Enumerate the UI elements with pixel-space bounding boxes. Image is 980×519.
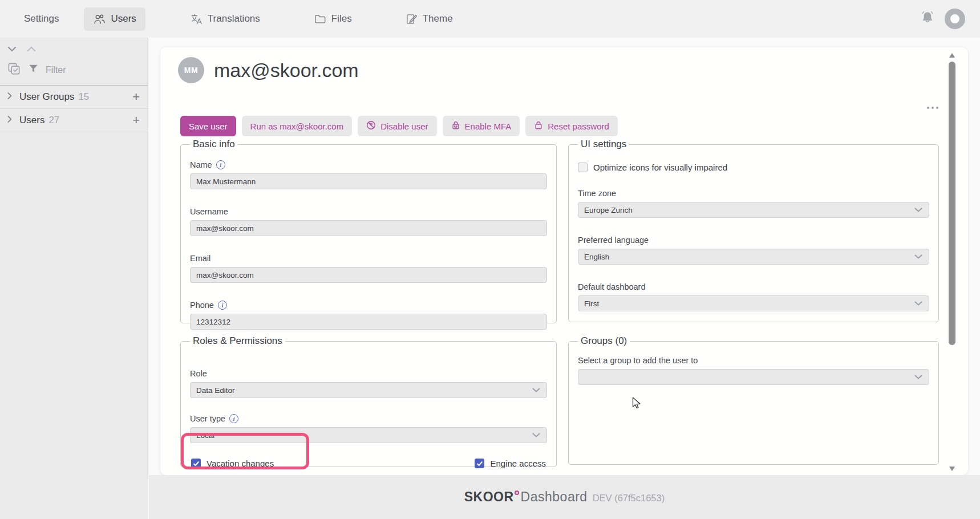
notifications-bell-icon[interactable] xyxy=(920,10,936,28)
filter-row: Filter xyxy=(0,57,148,86)
skoor-logo: SKOOR Dashboard DEV (67f5c1653) xyxy=(464,489,665,505)
lock-icon xyxy=(534,120,543,132)
field-label: Email xyxy=(190,254,210,263)
default-dashboard-select[interactable]: First xyxy=(578,295,929,311)
chevron-down-icon xyxy=(532,387,541,395)
expand-all-icon[interactable] xyxy=(26,44,37,55)
tab-translations[interactable]: Translations xyxy=(181,7,269,31)
top-nav: Settings Users Translations Files xyxy=(0,0,980,38)
roles-permissions-section: Roles & Permissions Role Data Editor Use… xyxy=(180,335,557,467)
checkbox-checked[interactable] xyxy=(191,459,201,468)
chevron-down-icon xyxy=(914,374,923,382)
app-footer: SKOOR Dashboard DEV (67f5c1653) xyxy=(149,475,980,519)
phone-field[interactable] xyxy=(190,314,547,330)
tab-theme-label: Theme xyxy=(423,13,453,25)
role-select[interactable]: Data Editor xyxy=(190,382,547,398)
checkbox-label: Vacation changes xyxy=(206,459,274,468)
user-header: MM max@skoor.com xyxy=(178,57,359,83)
select-multiple-icon[interactable] xyxy=(7,62,21,78)
tab-users-label: Users xyxy=(111,13,136,25)
checkbox-unchecked[interactable] xyxy=(578,163,588,172)
timezone-select[interactable]: Europe Zurich xyxy=(578,202,929,218)
field-label: Default dashboard xyxy=(578,282,646,291)
tab-files-label: Files xyxy=(331,13,352,25)
tab-files[interactable]: Files xyxy=(305,7,361,30)
sidebar-item-label: Users xyxy=(19,115,44,126)
logo-brand-text: SKOOR xyxy=(464,489,514,505)
tab-users[interactable]: Users xyxy=(84,7,145,31)
info-icon[interactable]: i xyxy=(218,301,227,310)
user-type-select[interactable]: Local xyxy=(190,427,547,443)
username-field[interactable] xyxy=(190,220,547,236)
vacation-changes-checkbox-row[interactable]: Vacation changes xyxy=(191,459,274,468)
scrollbar-thumb[interactable] xyxy=(949,62,955,345)
lock-icon xyxy=(451,120,460,132)
tab-settings-label: Settings xyxy=(24,13,59,25)
add-user-button[interactable]: + xyxy=(132,115,140,126)
sidebar-item-label: User Groups xyxy=(19,91,74,103)
vertical-scrollbar[interactable] xyxy=(949,53,955,471)
action-buttons: Save user Run as max@skoor.com Disable u… xyxy=(180,116,618,136)
field-label: Name xyxy=(190,160,212,169)
field-label: User type xyxy=(190,414,225,423)
translate-icon xyxy=(190,13,203,25)
disable-user-button[interactable]: Disable user xyxy=(358,116,436,136)
language-select[interactable]: English xyxy=(578,249,929,265)
scroll-down-arrow[interactable] xyxy=(949,467,955,471)
sidebar: Filter User Groups 15 + Users 27 + xyxy=(0,38,148,519)
tab-translations-label: Translations xyxy=(208,13,260,25)
scroll-up-arrow[interactable] xyxy=(949,53,955,58)
section-legend: Basic info xyxy=(190,139,238,150)
more-options-button[interactable] xyxy=(927,107,938,109)
user-initials-avatar: MM xyxy=(178,57,204,83)
theme-icon xyxy=(406,13,418,25)
filter-input[interactable]: Filter xyxy=(46,65,66,75)
add-user-group-button[interactable]: + xyxy=(132,91,140,103)
chevron-down-icon xyxy=(914,300,923,309)
filter-funnel-icon[interactable] xyxy=(28,63,39,76)
basic-info-section: Basic info Name i Username Email Phone i xyxy=(180,139,557,323)
save-user-button[interactable]: Save user xyxy=(180,116,236,136)
chevron-down-icon xyxy=(914,206,923,215)
chevron-right-icon[interactable] xyxy=(7,115,13,126)
item-count: 27 xyxy=(48,115,59,126)
section-legend: UI settings xyxy=(578,139,629,150)
group-select[interactable] xyxy=(578,369,929,385)
collapse-all-icon[interactable] xyxy=(7,44,17,55)
folder-icon xyxy=(314,13,326,25)
groups-section: Groups (0) Select a group to add the use… xyxy=(568,335,939,465)
field-label: Username xyxy=(190,207,228,216)
sidebar-item-user-groups[interactable]: User Groups 15 + xyxy=(0,86,148,109)
email-field[interactable] xyxy=(190,267,547,283)
info-icon[interactable]: i xyxy=(216,160,225,169)
optimize-icons-checkbox-row[interactable]: Optimize icons for visually impaired xyxy=(578,163,929,172)
section-legend: Groups (0) xyxy=(578,335,630,347)
item-count: 15 xyxy=(78,91,89,103)
field-label: Select a group to add the user to xyxy=(578,356,698,365)
engine-access-checkbox-row[interactable]: Engine access xyxy=(475,459,546,468)
checkbox-label: Engine access xyxy=(490,459,546,468)
chevron-down-icon xyxy=(532,432,541,440)
info-icon[interactable]: i xyxy=(229,414,238,423)
chevron-right-icon[interactable] xyxy=(7,91,13,103)
checkbox-label: Optimize icons for visually impaired xyxy=(593,163,727,172)
chevron-down-icon xyxy=(914,253,923,262)
field-label: Role xyxy=(190,369,207,378)
tab-settings[interactable]: Settings xyxy=(21,7,62,30)
sidebar-item-users[interactable]: Users 27 + xyxy=(0,109,148,132)
section-legend: Roles & Permissions xyxy=(190,335,285,347)
user-avatar[interactable] xyxy=(945,9,965,29)
checkbox-checked[interactable] xyxy=(475,459,484,468)
user-detail-card: MM max@skoor.com Save user Run as max@sk… xyxy=(160,47,968,475)
field-label: Phone xyxy=(190,301,214,310)
reset-password-button[interactable]: Reset password xyxy=(525,116,618,136)
name-field[interactable] xyxy=(190,173,547,189)
logo-product-text: Dashboard xyxy=(521,489,588,505)
run-as-button[interactable]: Run as max@skoor.com xyxy=(242,116,353,136)
enable-mfa-button[interactable]: Enable MFA xyxy=(443,116,520,136)
users-icon xyxy=(93,13,106,25)
field-label: Preferred language xyxy=(578,236,649,245)
tab-theme[interactable]: Theme xyxy=(396,7,462,31)
logo-degree-icon xyxy=(515,490,519,495)
disable-user-icon xyxy=(366,120,376,132)
